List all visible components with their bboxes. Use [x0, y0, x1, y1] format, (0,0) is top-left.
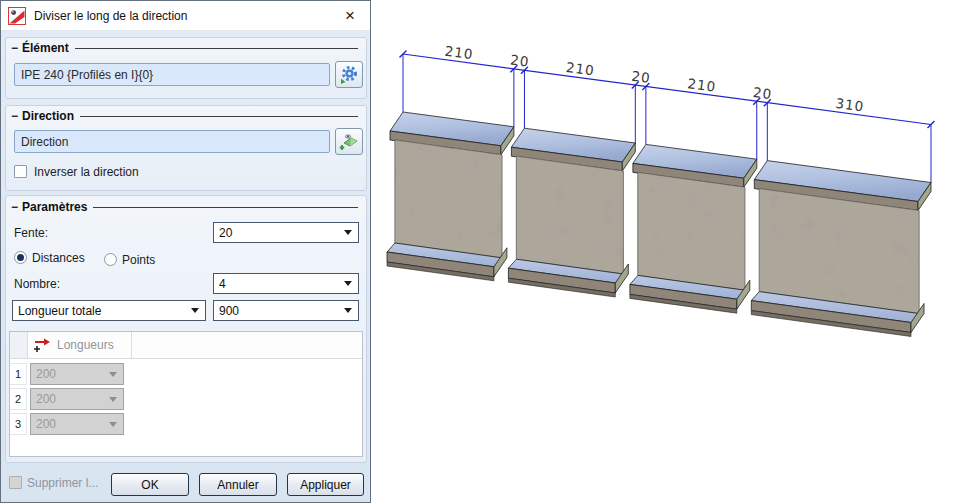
parameters-group-header: − Paramètres: [11, 200, 358, 214]
distances-radio[interactable]: [14, 251, 27, 264]
chevron-down-icon: [344, 230, 352, 235]
dimension-label: 210: [565, 59, 596, 79]
lengths-table-header: Longueurs: [10, 332, 362, 359]
nombre-value: 4: [214, 277, 344, 291]
nombre-label: Nombre:: [14, 277, 60, 291]
ok-button[interactable]: OK: [111, 473, 189, 496]
annuler-button[interactable]: Annuler: [199, 473, 277, 496]
dimension-line: [403, 54, 931, 125]
gear-select-icon: [339, 65, 359, 85]
length-row-3-combo[interactable]: 200: [30, 413, 124, 435]
select-element-button[interactable]: [335, 61, 363, 88]
dimension-label: 20: [631, 68, 652, 86]
fente-combo[interactable]: 20: [213, 222, 359, 243]
points-radio-label: Points: [122, 253, 155, 267]
lengths-table: Longueurs 1 200 2 200 3 200: [9, 331, 363, 457]
length-row-1-combo[interactable]: 200: [30, 363, 124, 385]
add-length-arrow-icon: [33, 337, 51, 353]
length-row-2-combo[interactable]: 200: [30, 388, 124, 410]
row-number: 2: [10, 388, 27, 410]
beam-scene: 210202102021020310: [371, 0, 954, 503]
dimension-label: 210: [687, 75, 718, 95]
chevron-down-icon: [109, 397, 117, 402]
dimension-label: 310: [834, 95, 865, 115]
direction-field[interactable]: Direction: [14, 130, 330, 153]
close-icon[interactable]: ×: [336, 3, 364, 29]
chevron-down-icon: [109, 372, 117, 377]
element-header-label: Élément: [22, 41, 69, 55]
direction-header-label: Direction: [22, 109, 74, 123]
direction-group-header: − Direction: [11, 109, 358, 123]
app-logo-icon: [8, 7, 26, 25]
mode-combo[interactable]: Longueur totale: [12, 300, 206, 321]
dialog-titlebar: Diviser le long de la direction ×: [1, 1, 370, 31]
beam-web-texture: [395, 140, 502, 258]
row-number-column-header: [10, 332, 28, 358]
row-number: 3: [10, 413, 27, 435]
pick-direction-button[interactable]: [335, 128, 363, 155]
invert-direction-checkbox[interactable]: [14, 165, 27, 178]
chevron-down-icon: [344, 281, 352, 286]
mode-value: Longueur totale: [13, 304, 191, 318]
nombre-combo[interactable]: 4: [213, 273, 359, 294]
direction-value: Direction: [21, 135, 68, 149]
element-field[interactable]: IPE 240 {Profilés en I}{0}: [14, 63, 330, 86]
invert-direction-label: Inverser la direction: [34, 165, 139, 179]
beam-web-texture: [638, 172, 745, 290]
chevron-down-icon: [191, 308, 199, 313]
dimension-label: 20: [752, 84, 773, 102]
3d-viewport[interactable]: 210202102021020310: [371, 0, 954, 503]
beam-segments: [387, 112, 931, 337]
supprimer-checkbox[interactable]: [9, 476, 22, 489]
total-length-combo[interactable]: 900: [213, 300, 359, 321]
lengths-header-label: Longueurs: [57, 338, 114, 352]
fente-value: 20: [214, 226, 344, 240]
appliquer-button[interactable]: Appliquer: [287, 473, 364, 496]
distances-radio-label: Distances: [32, 251, 85, 265]
parameters-header-label: Paramètres: [22, 200, 87, 214]
beam-web-texture: [516, 156, 623, 274]
chevron-down-icon: [344, 308, 352, 313]
dialog-title: Diviser le long de la direction: [34, 9, 187, 23]
points-radio[interactable]: [104, 253, 117, 266]
chevron-down-icon: [109, 422, 117, 427]
element-value: IPE 240 {Profilés en I}{0}: [21, 68, 153, 82]
row-number: 1: [10, 363, 27, 385]
total-length-value: 900: [214, 304, 344, 318]
divide-along-direction-dialog: Diviser le long de la direction × − Élém…: [0, 0, 371, 503]
dimension-label: 20: [509, 51, 530, 69]
direction-plane-icon: [339, 132, 359, 152]
fente-label: Fente:: [14, 226, 48, 240]
element-group-header: − Élément: [11, 41, 358, 55]
lengths-column-header[interactable]: Longueurs: [28, 332, 132, 358]
dimension-label: 210: [444, 43, 475, 63]
screen: Diviser le long de la direction × − Élém…: [0, 0, 954, 503]
supprimer-label: Supprimer l...: [27, 476, 107, 490]
